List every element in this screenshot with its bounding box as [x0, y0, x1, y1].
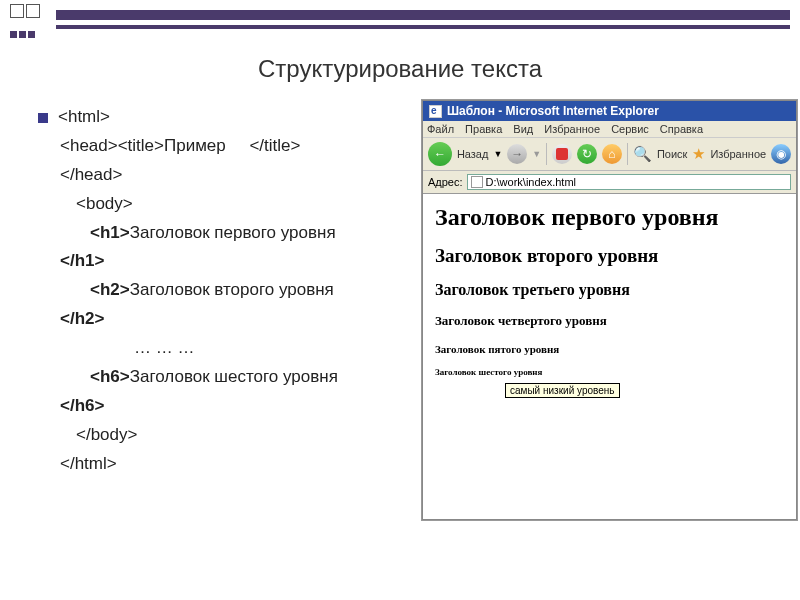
- browser-window: Шаблон - Microsoft Internet Explorer Фай…: [422, 100, 797, 520]
- home-icon[interactable]: ⌂: [602, 144, 622, 164]
- toolbar: ← Назад ▼ → ▼ ↻ ⌂ 🔍 Поиск ★ Избранное ◉: [423, 138, 796, 171]
- document-icon: [429, 105, 442, 118]
- search-icon[interactable]: 🔍: [633, 145, 652, 163]
- address-input[interactable]: D:\work\index.html: [467, 174, 791, 190]
- window-titlebar: Шаблон - Microsoft Internet Explorer: [423, 101, 796, 121]
- back-button-label[interactable]: Назад: [457, 148, 489, 160]
- slide-title: Структурирование текста: [0, 55, 800, 83]
- menu-bar[interactable]: Файл Правка Вид Избранное Сервис Справка: [423, 121, 796, 138]
- dropdown-icon[interactable]: ▼: [532, 149, 541, 159]
- address-bar: Адрес: D:\work\index.html: [423, 171, 796, 194]
- favorites-button-label[interactable]: Избранное: [710, 148, 766, 160]
- menu-tools[interactable]: Сервис: [611, 123, 649, 135]
- window-title-text: Шаблон - Microsoft Internet Explorer: [447, 104, 659, 118]
- separator: [627, 143, 628, 165]
- menu-edit[interactable]: Правка: [465, 123, 502, 135]
- heading-2: Заголовок второго уровня: [435, 245, 784, 267]
- page-icon: [471, 176, 483, 188]
- address-label: Адрес:: [428, 176, 463, 188]
- heading-5: Заголовок пятого уровня: [435, 343, 784, 355]
- search-button-label[interactable]: Поиск: [657, 148, 687, 160]
- back-icon[interactable]: ←: [428, 142, 452, 166]
- media-icon[interactable]: ◉: [771, 144, 791, 164]
- slide-header-decor: [0, 0, 800, 38]
- stop-icon[interactable]: [552, 144, 572, 164]
- address-value: D:\work\index.html: [486, 176, 576, 188]
- heading-3: Заголовок третьего уровня: [435, 281, 784, 299]
- menu-help[interactable]: Справка: [660, 123, 703, 135]
- menu-favorites[interactable]: Избранное: [544, 123, 600, 135]
- heading-1: Заголовок первого уровня: [435, 204, 784, 231]
- tooltip: самый низкий уровень: [505, 383, 620, 398]
- bullet-icon: [38, 113, 48, 123]
- separator: [546, 143, 547, 165]
- dropdown-icon[interactable]: ▼: [493, 149, 502, 159]
- refresh-icon[interactable]: ↻: [577, 144, 597, 164]
- favorites-icon[interactable]: ★: [692, 145, 705, 163]
- code-listing: <html> <head><title>Пример </title> </he…: [0, 103, 400, 479]
- menu-view[interactable]: Вид: [513, 123, 533, 135]
- menu-file[interactable]: Файл: [427, 123, 454, 135]
- heading-4: Заголовок четвертого уровня: [435, 313, 784, 329]
- browser-content: Заголовок первого уровня Заголовок второ…: [423, 194, 796, 408]
- forward-icon[interactable]: →: [507, 144, 527, 164]
- heading-6: Заголовок шестого уровня: [435, 367, 784, 377]
